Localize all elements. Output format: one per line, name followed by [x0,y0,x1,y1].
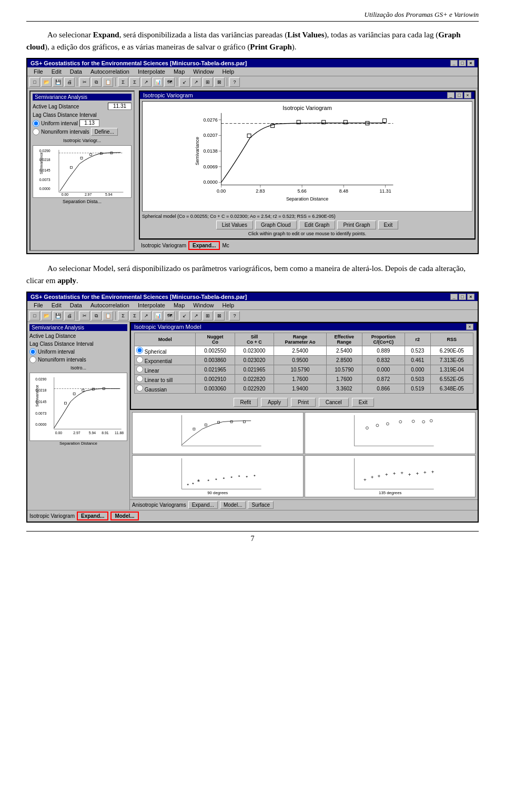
model-table-row[interactable]: Linear to sill0.0029100.0228201.76001.76… [135,375,473,384]
win2-model-btn[interactable]: Model... [110,512,138,520]
model-effrange: 2.8500 [326,356,362,365]
tb-b2[interactable]: Σ [129,77,140,87]
win2-tb-b4[interactable]: 📊 [153,311,163,320]
win2-tb-save[interactable]: 💾 [53,311,63,320]
tb-paste[interactable]: 📋 [103,77,113,87]
win2-tb-copy[interactable]: ⧉ [91,311,102,320]
tb-b6[interactable]: ↙ [179,77,190,87]
model-radio-cell[interactable]: Linear to sill [135,375,196,384]
tb-save[interactable]: 💾 [53,77,63,87]
tb-b3[interactable]: ↗ [141,77,152,87]
surface-btn[interactable]: Surface [248,501,273,509]
menu-file[interactable]: File [29,68,47,75]
tb-b9[interactable]: ⊠ [214,77,225,87]
define-btn[interactable]: Define... [91,128,118,136]
model-table-row[interactable]: Linear0.0219650.02196510.579010.57900.00… [135,365,473,375]
exit-model-btn[interactable]: Exit [352,398,375,407]
menu-window[interactable]: Window [189,68,218,75]
menu-edit[interactable]: Edit [47,68,66,75]
win2-tb-b3[interactable]: ↗ [141,311,152,320]
print-btn[interactable]: Print [291,398,316,407]
win2-menu-file[interactable]: File [29,302,47,309]
win2-tb-cut[interactable]: ✂ [79,311,90,320]
menu-map[interactable]: Map [169,68,189,75]
win2-menu-map[interactable]: Map [169,302,189,309]
tb-b1[interactable]: Σ [118,77,128,87]
svg-text:Semivariance: Semivariance [39,152,43,174]
menu-data[interactable]: Data [66,68,86,75]
win2-menu-edit[interactable]: Edit [47,302,66,309]
win2-minimize-btn[interactable]: _ [450,294,458,300]
list-values-btn[interactable]: List Values [216,220,253,229]
tb-print[interactable]: 🖨 [64,77,75,87]
win2-maximize-btn[interactable]: □ [459,294,466,300]
win2-menu-data[interactable]: Data [66,302,86,309]
model-radio-cell[interactable]: Linear [135,365,196,375]
expand-btn[interactable]: Expand... [188,241,220,250]
aniso-model-btn[interactable]: Model... [220,501,246,509]
win2-nonuniform-radio[interactable] [29,356,36,363]
model-table-row[interactable]: Gaussian0.0030600.0229201.94003.36020.86… [135,384,473,394]
win2-left-panel: Semivariance Analysis Active Lag Distanc… [27,322,130,510]
model-radio-cell[interactable]: Exponential [135,356,196,365]
win2-tb-open[interactable]: 📂 [41,311,52,320]
tb-new[interactable]: □ [29,77,40,87]
win2-menu-autocorrelation[interactable]: Autocorrelation [86,302,134,309]
win2-tb-b1[interactable]: Σ [118,311,128,320]
print-graph-btn[interactable]: Print Graph [337,220,376,229]
uniform-radio[interactable] [33,120,39,127]
exit-btn[interactable]: Exit [378,220,399,229]
win2-tb-b9[interactable]: ⊠ [214,311,225,320]
apply-btn[interactable]: Apply [261,398,288,407]
model-radio-cell[interactable]: Gaussian [135,384,196,394]
iso-minimize-btn[interactable]: _ [447,92,454,98]
model-table-row[interactable]: Spherical0.0025500.0230002.54002.54000.8… [135,346,473,356]
win1-close-btn[interactable]: × [467,60,474,66]
win2-tb-b5[interactable]: 🗺 [164,311,175,320]
active-lag-input[interactable]: 11.31 [108,103,132,110]
win2-tb-b7[interactable]: ↗ [191,311,201,320]
menu-help[interactable]: Help [218,68,238,75]
iso-maximize-btn[interactable]: □ [456,92,463,98]
tb-help[interactable]: ? [229,77,240,87]
win1-minimize-btn[interactable]: _ [450,60,458,66]
win2-close-btn[interactable]: × [467,294,474,300]
iso-close-btn[interactable]: × [464,92,471,98]
edit-graph-btn[interactable]: Edit Graph [299,220,336,229]
tb-cut[interactable]: ✂ [79,77,90,87]
tb-sep2 [115,78,116,86]
model-range: 0.9500 [274,356,327,365]
win2-tb-print[interactable]: 🖨 [64,311,75,320]
menu-interpolate[interactable]: Interpolate [134,68,169,75]
tb-b4[interactable]: 📊 [153,77,163,87]
model-table-row[interactable]: Exponential0.0038600.0230200.95002.85000… [135,356,473,365]
tb-b5[interactable]: 🗺 [164,77,175,87]
win2-uniform-radio[interactable] [29,348,36,355]
tb-b7[interactable]: ↗ [191,77,201,87]
tb-open[interactable]: 📂 [41,77,52,87]
menu-autocorrelation[interactable]: Autocorrelation [86,68,134,75]
win2-tb-new[interactable]: □ [29,311,40,320]
nonuniform-radio[interactable] [33,128,39,135]
win1-maximize-btn[interactable]: □ [459,60,466,66]
win2-menu-window[interactable]: Window [189,302,218,309]
win2-tb-b2[interactable]: Σ [129,311,140,320]
tb-b8[interactable]: ⊞ [203,77,213,87]
uniform-value[interactable]: 1.13 [79,119,99,127]
win2-tb-help[interactable]: ? [229,311,240,320]
aniso-expand-btn[interactable]: Expand... [188,501,218,509]
win2-expand-btn[interactable]: Expand... [77,512,108,520]
win2-menu-help[interactable]: Help [218,302,238,309]
refit-btn[interactable]: Refit [234,398,258,407]
model-close-btn[interactable]: × [466,324,473,330]
tb-copy[interactable]: ⧉ [91,77,102,87]
model-radio-cell[interactable]: Spherical [135,346,196,356]
graph-cloud-btn[interactable]: Graph Cloud [255,220,297,229]
win2-menu-interpolate[interactable]: Interpolate [134,302,169,309]
win2-tb-b6[interactable]: ↙ [179,311,190,320]
model-range: 2.5400 [274,346,327,356]
win2-tb-paste[interactable]: 📋 [103,311,113,320]
svg-text:0.0069: 0.0069 [203,164,217,169]
cancel-btn[interactable]: Cancel [319,398,349,407]
win2-tb-b8[interactable]: ⊞ [203,311,213,320]
